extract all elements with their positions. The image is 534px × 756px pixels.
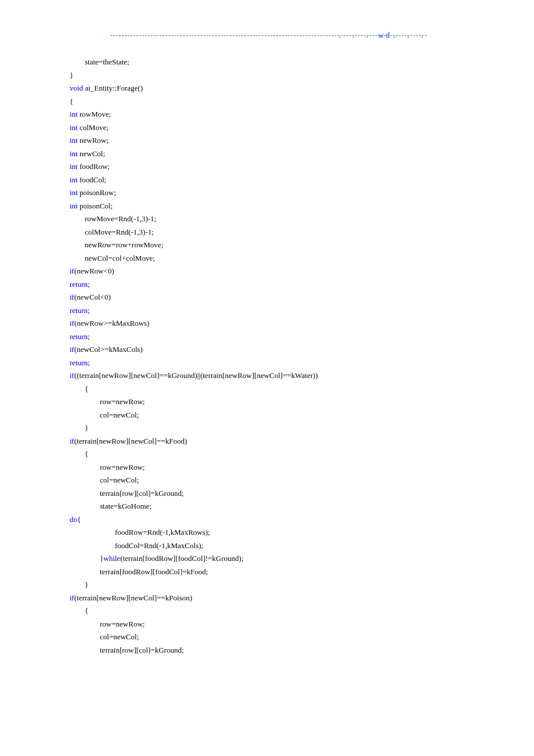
text-token: ; [88, 280, 90, 289]
code-line: int foodCol; [70, 174, 534, 187]
code-line: rowMove=Rnd(-1,3)-1; [70, 213, 534, 226]
indent [70, 476, 100, 484]
text-token: terrain[foodRow][foodCol]=kFood; [100, 567, 208, 576]
keyword-token: if [70, 371, 74, 380]
code-line: int foodRow; [70, 160, 534, 174]
code-line: }while(terrain[foodRow][foodCol]!=kGroun… [70, 552, 534, 566]
code-line: return; [70, 304, 534, 318]
indent [70, 57, 85, 66]
text-token: rowMove; [78, 110, 111, 118]
code-line: int poisonCol; [70, 200, 534, 213]
code-line: return; [70, 278, 534, 291]
code-line: if(newRow>=kMaxRows) [70, 317, 534, 330]
keyword-token: int [70, 136, 78, 145]
code-line: return; [70, 357, 534, 370]
text-token: newCol=col+colMove; [85, 254, 155, 262]
text-token: col=newCol; [100, 411, 139, 419]
code-line: terrain[row][col]=kGround; [70, 644, 534, 657]
indent [70, 502, 100, 510]
code-line: if(terrain[newRow][newCol]==kPoison) [70, 592, 534, 605]
code-line: foodCol=Rnd(-1,kMaxCols); [70, 539, 534, 553]
keyword-token: int [70, 149, 78, 158]
keyword-token: void [70, 84, 83, 92]
text-token: (newRow>=kMaxRows) [74, 319, 150, 327]
text-token: } [85, 580, 88, 589]
keyword-token: return [70, 280, 88, 289]
header-text: . . . wd. . . [337, 31, 427, 39]
indent [70, 411, 100, 419]
indent [70, 606, 85, 615]
keyword-token: int [70, 123, 78, 132]
indent [70, 254, 85, 262]
code-line: state=theState; [70, 56, 534, 69]
text-token: } [85, 423, 88, 432]
text-token: terrain[row][col]=kGround; [100, 646, 184, 654]
code-line: if(terrain[newRow][newCol]==kFood) [70, 435, 534, 448]
code-line: int newRow; [70, 134, 534, 147]
keyword-token: return [70, 358, 88, 367]
keyword-token: return [70, 332, 88, 341]
indent [70, 541, 115, 550]
indent [70, 228, 85, 236]
keyword-token: int [70, 110, 78, 118]
text-token: (terrain[newRow][newCol]==kFood) [74, 437, 187, 445]
page-header: . . . wd. . . [110, 29, 427, 36]
indent [70, 423, 85, 432]
text-token: foodRow; [78, 162, 110, 171]
code-line: { [70, 448, 534, 461]
code-line: col=newCol; [70, 409, 534, 422]
text-token: (terrain[newRow][newCol]==kPoison) [74, 593, 192, 602]
indent [70, 489, 100, 498]
text-token: ; [88, 358, 90, 367]
indent [70, 632, 100, 641]
text-token: row=newRow; [100, 463, 145, 471]
indent [70, 463, 100, 471]
keyword-token: if [70, 437, 74, 445]
code-line: newRow=row+rowMove; [70, 239, 534, 252]
text-token: newRow=row+rowMove; [85, 240, 163, 249]
text-token: foodCol=Rnd(-1,kMaxCols); [115, 541, 203, 550]
indent [70, 646, 100, 654]
code-line: int poisonRow; [70, 186, 534, 200]
text-token: ((terrain[newRow][newCol]==kGround)||(te… [74, 371, 318, 380]
keyword-token: if [70, 319, 74, 327]
text-token: rowMove=Rnd(-1,3)-1; [85, 214, 156, 223]
text-token: foodRow=Rnd(-1,kMaxRows); [115, 528, 210, 537]
keyword-token: int [70, 162, 78, 171]
indent [70, 554, 100, 563]
code-line: row=newRow; [70, 461, 534, 474]
code-line: int newCol; [70, 147, 534, 161]
text-token: { [77, 515, 81, 524]
text-token: { [70, 97, 73, 106]
code-line: { [70, 95, 534, 109]
text-token: { [85, 606, 88, 615]
indent [70, 449, 85, 458]
indent [70, 580, 85, 589]
text-token: (newCol<0) [74, 293, 111, 301]
code-line: if(newCol>=kMaxCols) [70, 343, 534, 357]
code-line: { [70, 383, 534, 396]
text-token: col=newCol; [100, 476, 139, 484]
code-line: } [70, 578, 534, 592]
code-block: state=theState;}void ai_Entity::Forage()… [70, 56, 534, 657]
code-line: row=newRow; [70, 618, 534, 631]
text-token: ; [88, 306, 90, 315]
code-line: col=newCol; [70, 474, 534, 487]
code-line: int rowMove; [70, 108, 534, 121]
text-token: colMove=Rnd(-1,3)-1; [85, 228, 154, 236]
code-line: if(newRow<0) [70, 265, 534, 278]
keyword-token: return [70, 306, 88, 315]
code-line: } [70, 69, 534, 82]
keyword-token: while [103, 554, 120, 563]
text-token: state=kGoHome; [100, 502, 151, 510]
text-token: colMove; [78, 123, 109, 132]
keyword-token: int [70, 201, 78, 210]
code-line: terrain[foodRow][foodCol]=kFood; [70, 566, 534, 579]
text-token: } [70, 71, 73, 80]
text-token: state=theState; [85, 57, 129, 66]
text-token: poisonRow; [78, 188, 116, 197]
code-line: if(newCol<0) [70, 291, 534, 304]
keyword-token: if [70, 345, 74, 354]
text-token: ai_Entity::Forage() [83, 84, 143, 92]
text-token: poisonCol; [78, 201, 113, 210]
